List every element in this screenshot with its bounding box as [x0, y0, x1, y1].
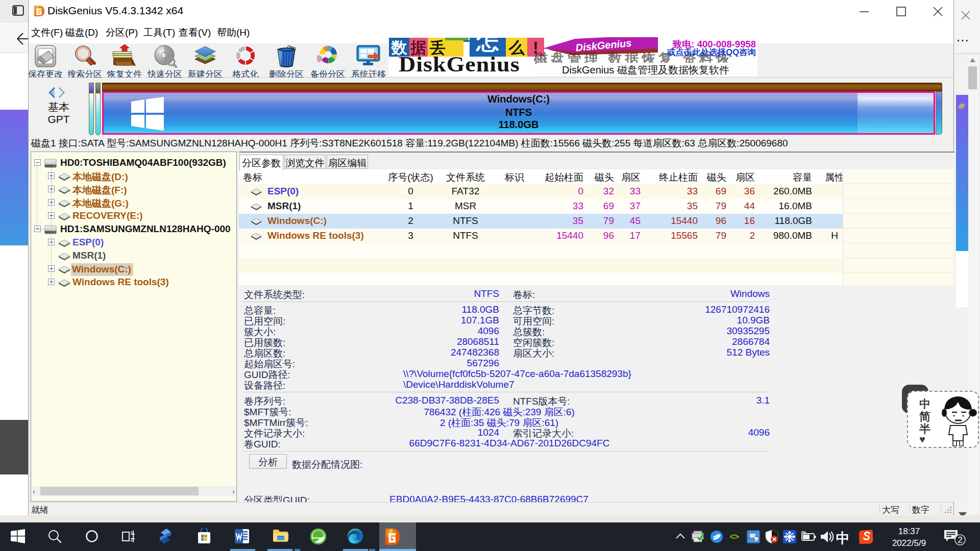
- svg-text:2: 2: [958, 535, 962, 545]
- svg-text:intel: intel: [753, 538, 759, 541]
